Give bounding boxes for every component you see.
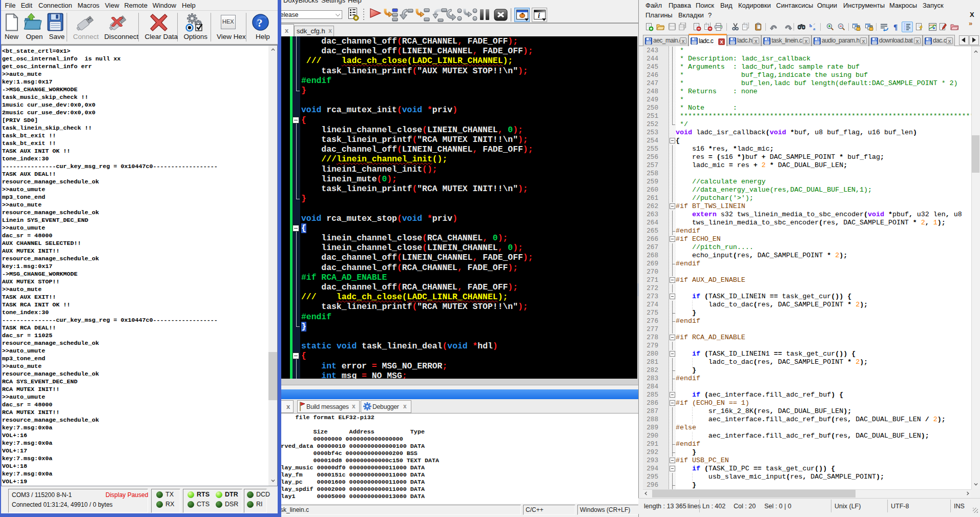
svg-text:b: b xyxy=(809,23,812,28)
svg-text:?: ? xyxy=(257,16,263,29)
svg-text:a: a xyxy=(813,26,816,31)
svg-text:¶: ¶ xyxy=(893,23,898,31)
